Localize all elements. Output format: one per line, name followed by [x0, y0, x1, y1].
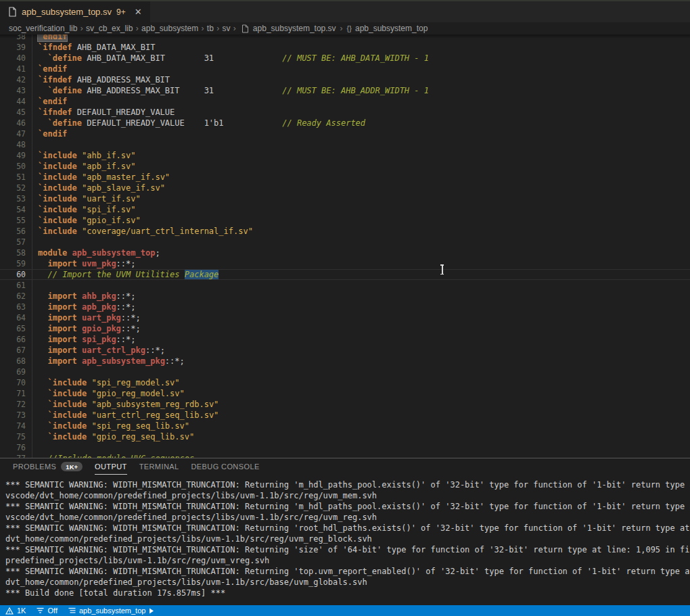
- code-line[interactable]: 45`ifndef DEFAULT_HREADY_VALUE: [0, 107, 690, 118]
- line-number[interactable]: 45: [0, 107, 26, 118]
- panel-tab-output[interactable]: OUTPUT: [95, 458, 127, 475]
- line-number[interactable]: 55: [0, 215, 26, 226]
- problems-status[interactable]: 1K: [5, 605, 26, 616]
- code-line[interactable]: 54`include "spi_if.sv": [0, 204, 690, 215]
- code-line[interactable]: 49`include "ahb_if.sv": [0, 150, 690, 161]
- code-line[interactable]: 71 `include "gpio_reg_model.sv": [0, 388, 690, 399]
- line-number[interactable]: 50: [0, 161, 26, 172]
- line-number[interactable]: 61: [0, 280, 26, 291]
- breadcrumb-item-file[interactable]: apb_subsystem_top.sv: [253, 24, 336, 33]
- line-number[interactable]: 44: [0, 96, 26, 107]
- line-number[interactable]: 62: [0, 291, 26, 302]
- code-line[interactable]: 74 `include "spi_reg_seq_lib.sv": [0, 421, 690, 431]
- breadcrumb-item[interactable]: tb: [207, 24, 214, 33]
- play-icon[interactable]: [149, 608, 154, 614]
- code-line[interactable]: 61: [0, 280, 690, 291]
- launch-config[interactable]: apb_subsystem_top: [68, 605, 154, 616]
- line-number[interactable]: 63: [0, 302, 26, 312]
- line-number[interactable]: 56: [0, 226, 26, 237]
- code-line[interactable]: 76: [0, 442, 690, 453]
- breadcrumb-item[interactable]: apb_subsystem: [141, 24, 198, 33]
- line-number[interactable]: 71: [0, 388, 26, 399]
- code-line[interactable]: 53`include "uart_if.sv": [0, 193, 690, 204]
- breadcrumb-item[interactable]: sv_cb_ex_lib: [86, 24, 133, 33]
- line-number[interactable]: 74: [0, 421, 26, 431]
- code-line[interactable]: 58module apb_subsystem_top;: [0, 247, 690, 258]
- code-line[interactable]: 60 // Import the UVM Utilities Package: [0, 269, 690, 280]
- line-number[interactable]: 49: [0, 150, 26, 161]
- code-line[interactable]: 63 import apb_pkg::*;: [0, 302, 690, 312]
- tab-close-icon[interactable]: ✕: [135, 7, 142, 17]
- panel-tab-debug-console[interactable]: DEBUG CONSOLE: [191, 458, 260, 475]
- code-line[interactable]: 41`endif: [0, 64, 690, 74]
- output-log[interactable]: *** SEMANTIC WARNING: WIDTH_MISMATCH_TRU…: [0, 475, 690, 598]
- line-number[interactable]: 39: [0, 42, 26, 53]
- line-number[interactable]: 48: [0, 139, 26, 150]
- code-line[interactable]: 39`ifndef AHB_DATA_MAX_BIT: [0, 42, 690, 53]
- breadcrumb-item[interactable]: sv: [223, 24, 231, 33]
- line-number[interactable]: 40: [0, 53, 26, 64]
- code-line[interactable]: 62 import ahb_pkg::*;: [0, 291, 690, 302]
- line-number[interactable]: 57: [0, 237, 26, 247]
- line-number[interactable]: 47: [0, 128, 26, 139]
- line-number[interactable]: 46: [0, 118, 26, 128]
- filter-status[interactable]: Off: [37, 605, 57, 616]
- panel-tab-problems[interactable]: PROBLEMS1K+: [13, 458, 83, 475]
- editor-tab[interactable]: apb_subsystem_top.sv 9+ ✕: [0, 1, 151, 22]
- code-line[interactable]: 43 `define AHB_ADDRESS_MAX_BIT 31 // MUS…: [0, 85, 690, 96]
- line-number[interactable]: 66: [0, 334, 26, 345]
- line-number[interactable]: 59: [0, 258, 26, 269]
- code-line[interactable]: 75 `include "gpio_reg_seq_lib.sv": [0, 431, 690, 442]
- code-line[interactable]: 70 `include "spi_reg_model.sv": [0, 377, 690, 388]
- code-line[interactable]: 73 `include "uart_ctrl_reg_seq_lib.sv": [0, 410, 690, 421]
- line-number[interactable]: 41: [0, 64, 26, 74]
- line-number[interactable]: 72: [0, 399, 26, 410]
- line-number[interactable]: 43: [0, 85, 26, 96]
- line-number[interactable]: 58: [0, 247, 26, 258]
- code-text: `define AHB_DATA_MAX_BIT 31 // MUST BE: …: [26, 53, 429, 64]
- breadcrumb-item[interactable]: soc_verification_lib: [9, 24, 77, 33]
- line-number[interactable]: 65: [0, 323, 26, 334]
- line-number[interactable]: 70: [0, 377, 26, 388]
- line-number[interactable]: 60: [0, 269, 26, 280]
- code-line[interactable]: 51`include "apb_master_if.sv": [0, 172, 690, 183]
- breadcrumb-item-symbol[interactable]: apb_subsystem_top: [355, 24, 428, 33]
- code-line[interactable]: 67 import uart_ctrl_pkg::*;: [0, 345, 690, 356]
- code-line[interactable]: 47`endif: [0, 128, 690, 139]
- line-number[interactable]: 52: [0, 183, 26, 193]
- line-number[interactable]: 64: [0, 312, 26, 323]
- line-number[interactable]: 77: [0, 453, 26, 458]
- line-number[interactable]: 42: [0, 74, 26, 85]
- code-line[interactable]: 59 import uvm_pkg::*;: [0, 258, 690, 269]
- line-number[interactable]: 69: [0, 366, 26, 377]
- code-line[interactable]: 56`include "coverage/uart_ctrl_internal_…: [0, 226, 690, 237]
- code-line[interactable]: 48: [0, 139, 690, 150]
- line-number[interactable]: 75: [0, 431, 26, 442]
- code-line[interactable]: 52`include "apb_slave_if.sv": [0, 183, 690, 193]
- line-number[interactable]: 54: [0, 204, 26, 215]
- line-number[interactable]: 73: [0, 410, 26, 421]
- code-editor[interactable]: 38`endif39`ifndef AHB_DATA_MAX_BIT40 `de…: [0, 34, 690, 458]
- code-line[interactable]: 55`include "gpio_if.sv": [0, 215, 690, 226]
- line-number[interactable]: 51: [0, 172, 26, 183]
- line-number[interactable]: 68: [0, 356, 26, 366]
- code-line[interactable]: 68 import apb_subsystem_pkg::*;: [0, 356, 690, 366]
- code-line[interactable]: 57: [0, 237, 690, 247]
- code-line[interactable]: 38`endif: [0, 34, 690, 42]
- line-number[interactable]: 76: [0, 442, 26, 453]
- code-line[interactable]: 72 `include "apb_subsystem_reg_rdb.sv": [0, 399, 690, 410]
- code-line[interactable]: 64 import uart_pkg::*;: [0, 312, 690, 323]
- panel-tab-terminal[interactable]: TERMINAL: [139, 458, 179, 475]
- code-line[interactable]: 42`ifndef AHB_ADDRESS_MAX_BIT: [0, 74, 690, 85]
- line-number[interactable]: 53: [0, 193, 26, 204]
- code-line[interactable]: 66 import spi_pkg::*;: [0, 334, 690, 345]
- code-line[interactable]: 77 //Include module UVC sequences: [0, 453, 690, 458]
- line-number[interactable]: 67: [0, 345, 26, 356]
- code-line[interactable]: 40 `define AHB_DATA_MAX_BIT 31 // MUST B…: [0, 53, 690, 64]
- code-line[interactable]: 69: [0, 366, 690, 377]
- code-line[interactable]: 46 `define DEFAULT_HREADY_VALUE 1'b1 // …: [0, 118, 690, 128]
- code-line[interactable]: 44`endif: [0, 96, 690, 107]
- code-line[interactable]: 65 import gpio_pkg::*;: [0, 323, 690, 334]
- code-line[interactable]: 50`include "apb_if.sv": [0, 161, 690, 172]
- line-number[interactable]: 38: [0, 34, 26, 42]
